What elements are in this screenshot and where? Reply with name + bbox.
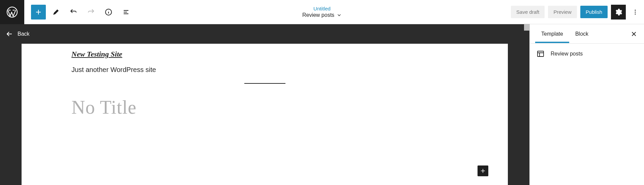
plus-icon: [480, 168, 486, 174]
arrow-left-icon: [5, 30, 13, 38]
separator-block[interactable]: [244, 83, 285, 84]
chevron-down-icon: [336, 12, 342, 18]
close-sidebar-button[interactable]: [628, 28, 640, 40]
settings-button[interactable]: [611, 5, 626, 20]
layout-icon: [536, 50, 545, 58]
tab-template[interactable]: Template: [535, 25, 569, 43]
close-icon: [630, 30, 638, 38]
wordpress-logo[interactable]: [0, 0, 24, 24]
add-block-inline-button[interactable]: [478, 165, 488, 176]
template-info-row[interactable]: Review posts: [536, 50, 637, 58]
back-button[interactable]: Back: [0, 24, 529, 44]
scrollbar[interactable]: [524, 24, 530, 31]
edit-tool-button[interactable]: [49, 5, 63, 20]
save-draft-button[interactable]: Save draft: [511, 6, 545, 18]
undo-button[interactable]: [66, 5, 81, 20]
svg-point-4: [635, 13, 636, 14]
svg-point-3: [635, 11, 636, 12]
document-title: Untitled: [302, 6, 342, 11]
site-title-block[interactable]: New Testing Site: [71, 50, 458, 59]
details-button[interactable]: [101, 5, 116, 20]
list-view-button[interactable]: [119, 5, 133, 20]
tab-block[interactable]: Block: [569, 25, 594, 43]
dots-vertical-icon: [632, 9, 639, 15]
editor-canvas[interactable]: New Testing Site Just another WordPress …: [22, 44, 508, 185]
redo-button[interactable]: [84, 5, 98, 20]
site-tagline-block[interactable]: Just another WordPress site: [71, 66, 458, 74]
more-options-button[interactable]: [629, 5, 641, 20]
svg-rect-5: [538, 51, 544, 57]
post-title-block[interactable]: No Title: [71, 97, 458, 118]
document-template-name: Review posts: [302, 12, 334, 18]
back-label: Back: [18, 31, 30, 37]
publish-button[interactable]: Publish: [580, 6, 608, 18]
template-name: Review posts: [551, 51, 583, 57]
document-title-area[interactable]: Untitled Review posts: [302, 6, 342, 18]
svg-point-2: [635, 9, 636, 10]
add-block-toggle[interactable]: [31, 5, 46, 20]
gear-icon: [614, 8, 622, 16]
preview-button[interactable]: Preview: [548, 6, 577, 18]
